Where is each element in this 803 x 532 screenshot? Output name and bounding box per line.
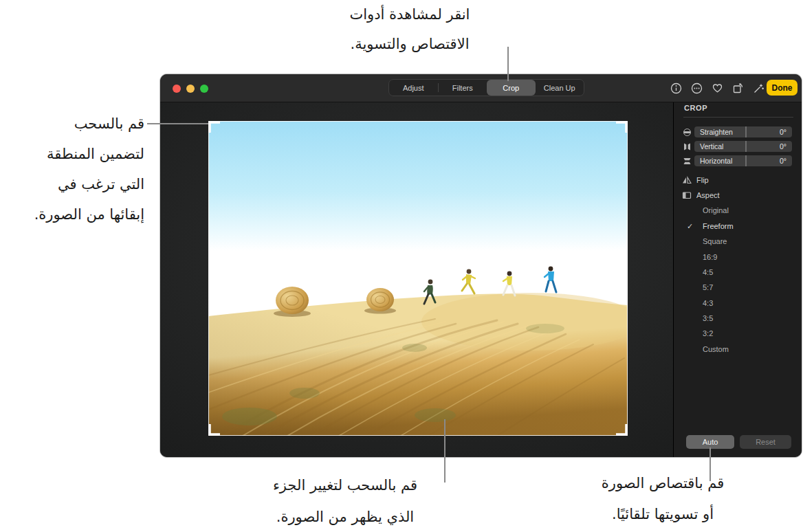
info-icon[interactable] [670,82,682,94]
title-divider [683,117,793,118]
photo-hayfield [208,121,628,436]
aspect-option-3-5[interactable]: 3:5 [703,314,713,322]
edit-canvas [160,102,673,457]
field-separator [745,126,747,137]
aspect-option-16-9[interactable]: 16:9 [703,253,717,261]
horizontal-perspective-icon [682,157,692,165]
flip-icon [682,176,692,184]
aspect-icon [682,191,692,199]
horizontal-row: Horizontal 0° [682,155,792,166]
horizontal-label: Horizontal [694,157,780,165]
window-content: CROP Straighten 0° Vertical [160,102,802,457]
annotation-top: انقر لمشاهدة أدوات الاقتصاص والتسوية. [286,0,534,59]
straighten-row: Straighten 0° [682,126,792,137]
flip-control[interactable]: Flip [682,176,709,184]
zoom-button[interactable] [200,85,208,93]
reset-button[interactable]: Reset [740,435,791,449]
more-icon[interactable] [690,82,703,94]
callout-line-auto-button [710,447,711,481]
tab-adjust[interactable]: Adjust [389,80,438,96]
flip-label: Flip [696,176,709,184]
checkmark-icon: ✓ [687,222,693,231]
callout-line-crop-handle [147,123,208,124]
callout-line-photo [444,419,446,483]
tab-crop[interactable]: Crop [487,80,536,96]
annotation-left-line2: لتضمين المنطقة [34,139,144,169]
crop-sidebar: CROP Straighten 0° Vertical [674,102,802,457]
aspect-label: Aspect [696,191,720,199]
annotation-bc-line2: الذي يظهر من الصورة. [221,501,469,532]
aspect-option-square[interactable]: Square [703,237,727,245]
tab-clean-up[interactable]: Clean Up [536,80,584,96]
annotation-bottom-right: قم باقتصاص الصورة أو تسويتها تلقائيًا. [546,468,780,530]
straighten-value: 0° [780,128,792,136]
field-separator [745,141,747,152]
traffic-lights [173,85,208,93]
annotation-br-line2: أو تسويتها تلقائيًا. [546,499,780,530]
rotate-icon[interactable] [732,82,744,94]
toolbar-icons [670,74,764,102]
vertical-label: Vertical [694,142,780,151]
vertical-row: Vertical 0° [682,141,792,152]
aspect-option-5-7[interactable]: 5:7 [703,283,713,291]
annotation-bottom-center: قم بالسحب لتغيير الجزء الذي يظهر من الصو… [221,469,469,532]
straighten-field[interactable]: Straighten 0° [694,126,792,137]
annotation-left: قم بالسحب لتضمين المنطقة التي ترغب في إب… [34,109,144,230]
sidebar-title: CROP [684,104,707,112]
annotation-top-line1: انقر لمشاهدة أدوات [286,0,534,30]
auto-enhance-icon[interactable] [752,82,764,94]
photos-window: Adjust Filters Crop Clean Up Done [160,74,802,457]
annotation-left-line3: التي ترغب في [34,169,144,199]
photo-crop-area[interactable] [208,121,628,436]
edit-mode-segmented-control: Adjust Filters Crop Clean Up [388,79,584,96]
annotation-top-line2: الاقتصاص والتسوية. [286,30,534,59]
tab-filters[interactable]: Filters [439,80,487,96]
annotation-br-line1: قم باقتصاص الصورة [546,468,780,499]
minimize-button[interactable] [186,85,195,93]
annotation-left-line4: إبقائها من الصورة. [34,199,144,230]
callout-line-crop-tab [507,47,509,81]
horizontal-value: 0° [780,157,792,165]
auto-button[interactable]: Auto [686,435,734,449]
straighten-label: Straighten [694,128,780,136]
favorite-icon[interactable] [711,82,723,94]
vertical-value: 0° [780,142,792,151]
annotation-left-line1: قم بالسحب [34,109,144,139]
field-separator [745,155,747,166]
vertical-perspective-icon [682,142,692,151]
done-button[interactable]: Done [767,80,798,96]
close-button[interactable] [173,85,181,93]
aspect-option-original[interactable]: Original [703,206,729,214]
aspect-option-4-5[interactable]: 4:5 [703,268,713,276]
straighten-icon [682,128,692,136]
aspect-option-custom[interactable]: Custom [703,345,729,353]
annotation-bc-line1: قم بالسحب لتغيير الجزء [221,469,469,501]
vertical-field[interactable]: Vertical 0° [694,141,792,152]
titlebar: Adjust Filters Crop Clean Up Done [160,74,802,102]
aspect-option-4-3[interactable]: 4:3 [703,299,713,307]
aspect-option-freeform[interactable]: Freeform [703,222,734,230]
aspect-option-3-2[interactable]: 3:2 [703,329,713,337]
horizontal-field[interactable]: Horizontal 0° [694,155,792,166]
aspect-control[interactable]: Aspect [682,191,720,199]
